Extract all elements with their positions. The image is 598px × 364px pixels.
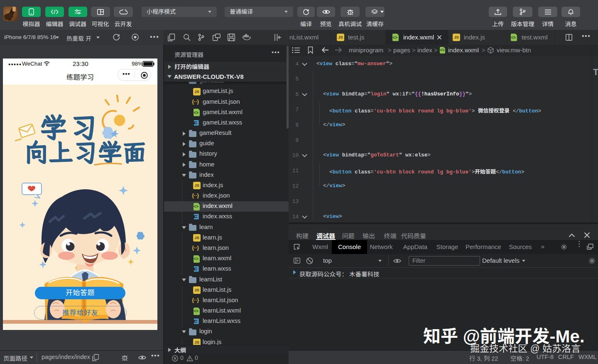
svg-text:向上习学面: 向上习学面 xyxy=(24,136,147,168)
